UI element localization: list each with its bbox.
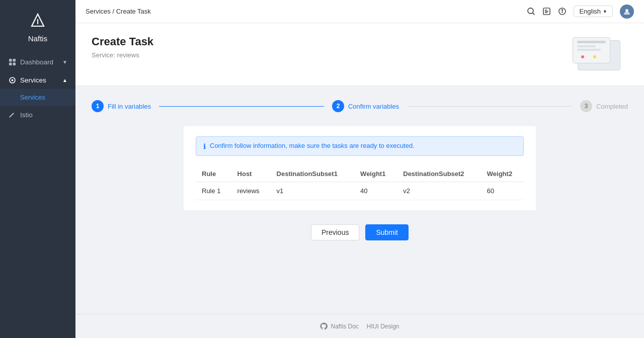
footer-inner: Naftis Doc HIUI Design (84, 322, 636, 330)
breadcrumb-sep: / (112, 8, 116, 15)
hero-line-3 (577, 49, 601, 51)
col-subset1: DestinationSubset1 (271, 166, 355, 182)
breadcrumb-current: Create Task (116, 8, 151, 15)
services-chevron: ▲ (62, 77, 67, 83)
col-host: Host (231, 166, 271, 182)
page-subtitle: Service: reviews (92, 51, 153, 59)
sidebar-logo: Naftis (0, 0, 75, 53)
stepper: 1 Fill in variables 2 Confirm variables … (92, 100, 628, 112)
sidebar-nav: Dashboard ▼ Services ▲ Services (0, 53, 75, 338)
hero-dot-yellow (593, 55, 596, 58)
cell-4: v2 (397, 182, 481, 200)
chevron-down-icon: ▼ (603, 9, 607, 14)
services-sub-label: Services (20, 94, 45, 101)
sidebar: Naftis Dashboard ▼ (0, 0, 75, 338)
sidebar-sub-item-services[interactable]: Services (0, 89, 75, 106)
step-2-number: 2 (337, 103, 340, 110)
search-icon[interactable] (527, 7, 535, 16)
language-label: English (579, 8, 601, 15)
dashboard-chevron: ▼ (62, 59, 67, 65)
notice-text: Confirm follow information, make sure th… (210, 142, 415, 149)
step-1-label: Fill in variables (108, 103, 151, 110)
github-icon (320, 322, 328, 330)
step-3-circle: 3 (580, 100, 592, 112)
step-2: 2 Confirm variables (332, 100, 399, 112)
step-3: 3 Completed (580, 100, 628, 112)
design-link[interactable]: HIUI Design (367, 323, 399, 330)
hero-line-1 (577, 41, 606, 43)
grid-icon (8, 58, 16, 66)
edit-icon[interactable] (542, 7, 551, 16)
language-selector[interactable]: English ▼ (574, 6, 613, 17)
col-weight1: Weight1 (354, 166, 397, 182)
header: Services / Create Task (75, 0, 644, 23)
design-label: HIUI Design (367, 323, 399, 330)
footer: Naftis Doc HIUI Design (75, 314, 644, 338)
page-header-text: Create Task Service: reviews (92, 35, 153, 59)
svg-rect-3 (13, 59, 16, 62)
main: Services / Create Task (75, 0, 644, 338)
svg-point-16 (562, 10, 563, 11)
svg-point-8 (528, 8, 533, 14)
svg-rect-2 (9, 59, 12, 62)
hero-line-2 (577, 45, 596, 47)
sidebar-item-istio[interactable]: Istio (0, 106, 75, 124)
svg-point-7 (11, 79, 13, 81)
cell-3: 40 (354, 182, 397, 200)
page-title: Create Task (92, 35, 153, 48)
info-panel: ℹ Confirm follow information, make sure … (184, 126, 536, 210)
notice-info-icon: ℹ (203, 142, 206, 150)
data-table: Rule Host DestinationSubset1 Weight1 Des… (196, 166, 524, 200)
cell-2: v1 (271, 182, 355, 200)
page-header: Create Task Service: reviews (75, 23, 644, 86)
step-3-number: 3 (585, 103, 588, 110)
step-line-2 (407, 106, 572, 107)
button-row: Previous Submit (92, 224, 628, 240)
pen-icon (8, 111, 16, 119)
dashboard-label: Dashboard (20, 58, 53, 66)
table-header-row: Rule Host DestinationSubset1 Weight1 Des… (196, 166, 524, 182)
svg-line-9 (533, 13, 535, 15)
hero-card-front (573, 37, 610, 63)
services-label: Services (20, 76, 46, 84)
info-notice: ℹ Confirm follow information, make sure … (196, 136, 524, 156)
svg-rect-5 (13, 62, 16, 65)
logo-icon (29, 12, 47, 30)
cell-1: reviews (231, 182, 271, 200)
doc-label: Naftis Doc (331, 323, 358, 330)
step-1: 1 Fill in variables (92, 100, 151, 112)
sidebar-item-dashboard[interactable]: Dashboard ▼ (0, 53, 75, 71)
avatar[interactable] (620, 5, 634, 19)
step-1-number: 1 (96, 103, 100, 110)
hero-dot-red (581, 55, 584, 58)
istio-label: Istio (20, 111, 33, 119)
header-actions: English ▼ (527, 5, 634, 19)
cell-0: Rule 1 (196, 182, 231, 200)
step-2-label: Confirm variables (348, 103, 399, 110)
step-1-circle: 1 (92, 100, 104, 112)
step-3-label: Completed (596, 103, 628, 110)
info-icon[interactable] (558, 7, 567, 16)
services-icon (8, 76, 16, 84)
svg-rect-4 (9, 62, 12, 65)
step-2-circle: 2 (332, 100, 344, 112)
cell-5: 60 (481, 182, 524, 200)
content: 1 Fill in variables 2 Confirm variables … (75, 86, 644, 314)
breadcrumb: Services / Create Task (86, 8, 151, 15)
step-line-1 (159, 106, 324, 107)
app-name: Naftis (28, 34, 47, 43)
previous-button[interactable]: Previous (311, 224, 359, 240)
submit-button[interactable]: Submit (365, 224, 409, 240)
sidebar-item-services[interactable]: Services ▲ (0, 71, 75, 89)
col-subset2: DestinationSubset2 (397, 166, 481, 182)
col-rule: Rule (196, 166, 231, 182)
breadcrumb-root: Services (86, 8, 111, 15)
hero-illustration (568, 35, 628, 75)
table-row: Rule 1reviewsv140v260 (196, 182, 524, 200)
col-weight2: Weight2 (481, 166, 524, 182)
doc-link[interactable]: Naftis Doc (320, 322, 358, 330)
